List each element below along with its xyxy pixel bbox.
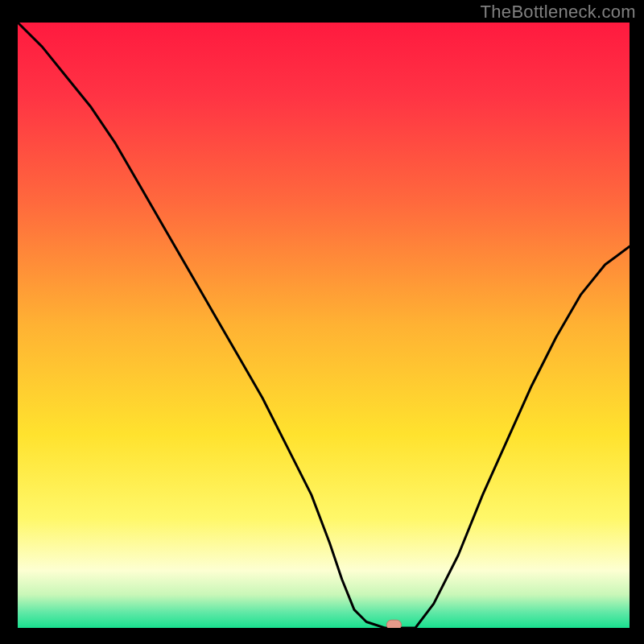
optimal-marker (386, 620, 401, 628)
chart-container: TheBottleneck.com (0, 0, 644, 644)
chart-plot-area (18, 23, 630, 628)
gradient-background (18, 23, 630, 628)
watermark-text: TheBottleneck.com (481, 2, 636, 23)
chart-svg (18, 23, 630, 628)
